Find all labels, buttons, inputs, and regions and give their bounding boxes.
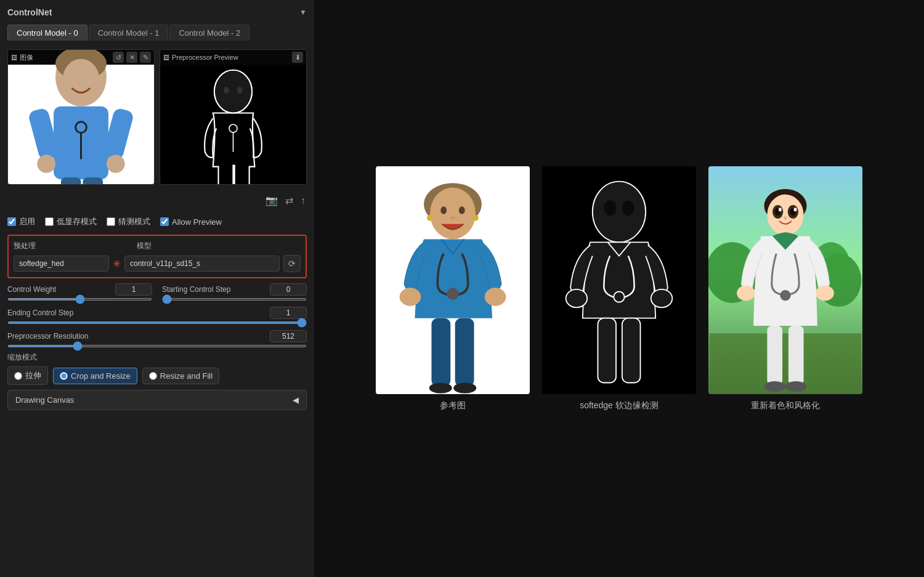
- svg-point-15: [224, 87, 229, 94]
- preproc-model-section: 预处理 模型 softedge_hed ✳ control_v11p_sd15_…: [7, 235, 307, 278]
- svg-point-60: [764, 381, 785, 392]
- screenshot-btn[interactable]: 📷: [264, 193, 279, 208]
- scale-mode-section: 缩放模式 拉伸 Crop and Resize Resize and Fill: [7, 352, 307, 385]
- svg-point-16: [237, 87, 243, 94]
- panel-title: ControlNet: [7, 7, 52, 17]
- upload-btn[interactable]: ↑: [299, 193, 307, 208]
- control-weight-input[interactable]: [7, 298, 152, 301]
- tabs-container: Control Model - 0 Control Model - 1 Cont…: [7, 25, 307, 41]
- svg-point-5: [37, 155, 55, 173]
- svg-rect-46: [710, 333, 862, 394]
- preproc-res-slider: Preprocessor Resolution: [7, 330, 307, 347]
- svg-point-24: [450, 216, 455, 219]
- drawing-canvas[interactable]: Drawing Canvas ◀: [7, 390, 307, 410]
- svg-point-27: [400, 288, 421, 306]
- gallery-item-edge: softedge 软边缘检测: [542, 166, 696, 411]
- gallery-caption-anime: 重新着色和风格化: [751, 400, 820, 411]
- swap-btn[interactable]: ⇄: [284, 193, 294, 208]
- edge-preview: [160, 65, 306, 185]
- svg-point-22: [440, 206, 447, 214]
- svg-point-29: [447, 288, 459, 300]
- anime-style-large: [708, 166, 862, 394]
- ending-step-slider: Ending Control Step: [7, 307, 307, 324]
- action-row: 📷 ⇄ ↑: [7, 192, 307, 209]
- preproc-label: 预处理: [14, 241, 137, 251]
- svg-point-40: [614, 291, 624, 302]
- svg-point-61: [785, 381, 807, 392]
- allow-preview-checkbox[interactable]: Allow Preview: [160, 217, 222, 227]
- svg-point-17: [229, 124, 237, 132]
- control-weight-value[interactable]: [115, 283, 152, 296]
- svg-point-21: [430, 187, 476, 239]
- tab-control-model-1[interactable]: Control Model - 1: [89, 25, 169, 41]
- gallery-item-ref: 参考图: [376, 166, 530, 411]
- gallery-caption-ref: 参考图: [440, 400, 466, 411]
- image-box-right-label: Preprocessor Preview: [172, 54, 238, 61]
- gallery: 参考图: [376, 166, 862, 411]
- starting-step-value[interactable]: [270, 283, 307, 296]
- svg-point-55: [737, 285, 755, 301]
- svg-point-23: [459, 206, 465, 214]
- svg-point-56: [816, 285, 834, 301]
- preprocessor-icon: 🖼: [163, 54, 169, 61]
- images-row: 🖼 图像 ↺ ✕ ✎: [7, 49, 307, 185]
- svg-point-35: [593, 181, 646, 242]
- svg-rect-11: [83, 177, 103, 185]
- ending-step-value[interactable]: [270, 307, 307, 319]
- low-vram-checkbox[interactable]: 低显存模式: [45, 216, 97, 227]
- svg-point-36: [604, 200, 616, 216]
- scale-stretch[interactable]: 拉伸: [7, 366, 48, 385]
- svg-point-33: [453, 382, 476, 393]
- svg-rect-30: [431, 318, 450, 386]
- scale-resize-fill[interactable]: Resize and Fill: [142, 368, 219, 384]
- panel-header: ControlNet ▼: [7, 7, 307, 17]
- svg-rect-31: [455, 318, 474, 386]
- nurse-photo-large: [376, 166, 530, 394]
- svg-rect-41: [598, 318, 616, 382]
- svg-rect-42: [622, 318, 641, 382]
- drawing-canvas-label: Drawing Canvas: [15, 395, 74, 405]
- guess-mode-checkbox[interactable]: 猜测模式: [107, 216, 150, 227]
- svg-rect-59: [788, 326, 804, 385]
- gallery-item-anime: 重新着色和风格化: [708, 166, 862, 411]
- panel-arrow[interactable]: ▼: [299, 8, 307, 17]
- preproc-dropdown[interactable]: softedge_hed: [14, 256, 109, 272]
- svg-point-48: [767, 194, 803, 235]
- model-label: 模型: [137, 241, 152, 251]
- model-refresh-btn[interactable]: ⟳: [283, 255, 301, 272]
- starting-step-input[interactable]: [162, 298, 307, 301]
- svg-point-26: [472, 214, 479, 220]
- scale-crop-resize[interactable]: Crop and Resize: [53, 368, 137, 384]
- gallery-img-edge: [542, 166, 696, 394]
- svg-point-57: [780, 290, 790, 301]
- control-weight-label: Control Weight: [7, 285, 56, 294]
- svg-point-54: [794, 208, 797, 211]
- checkbox-row: 启用 低显存模式 猜测模式 Allow Preview: [7, 214, 307, 230]
- preproc-res-label: Preprocessor Resolution: [7, 332, 88, 341]
- preproc-res-value[interactable]: [270, 330, 307, 342]
- nurse-photo: [8, 65, 154, 185]
- sliders-section: Control Weight Starting Control Step End…: [7, 283, 307, 347]
- preproc-res-input[interactable]: [7, 345, 307, 347]
- svg-point-53: [779, 208, 782, 211]
- two-col-sliders: Control Weight Starting Control Step: [7, 283, 307, 301]
- image-box-right: 🖼 Preprocessor Preview ⬇: [160, 49, 307, 185]
- svg-point-28: [485, 288, 506, 306]
- star-btn[interactable]: ✳: [113, 258, 121, 270]
- svg-rect-10: [61, 177, 81, 185]
- svg-point-39: [651, 289, 673, 307]
- enable-checkbox[interactable]: 启用: [7, 216, 35, 227]
- edge-detection-large: [542, 166, 696, 394]
- gallery-img-anime: [708, 166, 862, 394]
- svg-point-32: [429, 382, 452, 393]
- model-dropdown[interactable]: control_v11p_sd15_s: [124, 256, 280, 272]
- preview-download-btn[interactable]: ⬇: [292, 52, 303, 63]
- svg-point-13: [215, 71, 251, 113]
- control-weight-slider: Control Weight: [7, 283, 152, 301]
- ending-step-input[interactable]: [7, 321, 307, 324]
- right-panel: 参考图: [314, 0, 924, 577]
- tab-control-model-2[interactable]: Control Model - 2: [169, 25, 249, 41]
- tab-control-model-0[interactable]: Control Model - 0: [7, 25, 87, 41]
- left-panel: ControlNet ▼ Control Model - 0 Control M…: [0, 0, 314, 577]
- svg-point-37: [622, 200, 634, 216]
